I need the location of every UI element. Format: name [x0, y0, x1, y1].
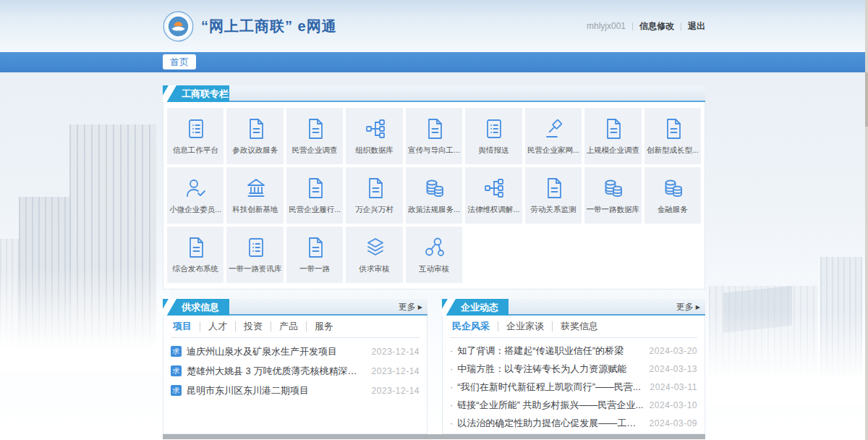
shortcut-label: 劳动关系监测	[530, 205, 576, 215]
list-item[interactable]: 求 迪庆州山泉水及矿泉水生产开发项目 2023-12-14	[171, 342, 420, 361]
brand: “网上工商联” e网通	[163, 11, 337, 42]
supply-demand-more-link[interactable]: 更多 ▶	[399, 299, 422, 316]
enterprise-news-title: 企业动态	[442, 299, 509, 316]
user-area: mhlyjx001 信息修改 退出	[587, 20, 705, 33]
item-date: 2023-12-14	[372, 347, 420, 357]
shortcuts-panel-header: 工商联专栏	[163, 85, 705, 102]
enterprise-news-more-link[interactable]: 更多 ▶	[676, 299, 700, 316]
shortcut-item[interactable]: 供求审核	[346, 227, 402, 283]
background-building	[723, 286, 792, 333]
scrollbar-track[interactable]	[865, 0, 868, 440]
shortcut-item[interactable]: 民营企业家网...	[525, 108, 582, 164]
shortcut-item[interactable]: 民营企业履行...	[286, 167, 343, 224]
shortcut-label: 民营企业调查	[292, 145, 338, 156]
shortcut-label: 民营企业家网...	[527, 145, 579, 156]
edit-info-link[interactable]: 信息修改	[639, 20, 674, 33]
list-item[interactable]: · 链接“企业所能” 共助乡村振兴——民营企业... 2024-03-10	[450, 396, 697, 414]
site-header: “网上工商联” e网通 mhlyjx001 信息修改 退出	[0, 0, 868, 52]
list-item[interactable]: 求 楚雄州大姚县 3 万吨优质薄壳核桃精深加工及科... 2023-12-14	[171, 361, 420, 381]
more-arrow-icon: ▶	[696, 304, 700, 310]
list-item[interactable]: · 知了背调：搭建起“传递职业信任”的桥梁 2024-03-20	[450, 342, 697, 360]
shortcut-item[interactable]: 一带一路	[286, 227, 343, 283]
shortcut-item[interactable]: 科技创新基地	[226, 167, 283, 224]
list-document-icon	[482, 117, 504, 139]
shortcut-label: 一带一路资讯库	[229, 264, 282, 274]
item-title: 知了背调：搭建起“传递职业信任”的桥梁	[457, 344, 643, 358]
shortcut-label: 科技创新基地	[232, 205, 278, 215]
tab-entrepreneur-talks[interactable]: 企业家谈	[498, 321, 552, 331]
background-building	[0, 239, 22, 347]
shortcut-label: 创新型成长型...	[647, 145, 699, 156]
document-icon	[423, 117, 445, 139]
shortcut-item[interactable]: 宣传与导向工...	[406, 108, 462, 164]
enterprise-news-tabs: 民企风采 企业家谈 获奖信息	[450, 316, 697, 338]
shortcut-item[interactable]: 一带一路资讯库	[226, 227, 283, 283]
more-arrow-icon: ▶	[418, 304, 422, 310]
person-check-icon	[184, 177, 206, 198]
footer-edge	[163, 434, 705, 439]
org-chart-icon	[364, 117, 386, 139]
tab-talent[interactable]: 人才	[200, 321, 235, 331]
tab-services[interactable]: 服务	[306, 321, 341, 331]
list-item[interactable]: · 中瑞方胜：以专注铸专长为人力资源赋能 2024-03-13	[450, 360, 697, 378]
share-nodes-icon	[423, 236, 445, 258]
separator	[632, 22, 633, 30]
item-title: 中瑞方胜：以专注铸专长为人力资源赋能	[457, 363, 643, 376]
shortcut-item[interactable]: 上规模企业调查	[584, 108, 641, 164]
nav-tab-home[interactable]: 首页	[163, 54, 196, 69]
item-date: 2024-03-13	[650, 364, 697, 374]
shortcut-item[interactable]: 政策法规服务...	[406, 167, 462, 224]
shortcut-label: 综合发布系统	[173, 264, 218, 274]
list-document-icon	[184, 117, 206, 139]
more-label: 更多	[399, 301, 416, 313]
shortcut-item[interactable]: 创新型成长型...	[644, 108, 701, 164]
shortcut-label: 参政议政服务	[232, 145, 278, 156]
shortcut-label: 上规模企业调查	[587, 145, 640, 156]
shortcut-item[interactable]: 互动审核	[406, 227, 462, 283]
tab-investment[interactable]: 投资	[235, 321, 271, 331]
tab-private-enterprise-style[interactable]: 民企风采	[450, 321, 498, 331]
shortcut-label: 互动审核	[419, 264, 449, 274]
demand-badge: 求	[171, 365, 182, 376]
shortcut-label: 政策法规服务...	[408, 205, 460, 215]
shortcuts-panel-title: 工商联专栏	[163, 85, 229, 102]
tab-award-info[interactable]: 获奖信息	[552, 321, 606, 331]
page: “网上工商联” e网通 mhlyjx001 信息修改 退出 首页 工商联专栏	[0, 0, 868, 440]
document-icon	[304, 177, 326, 198]
scrollbar-thumb[interactable]	[865, 72, 868, 127]
enterprise-news-header: 企业动态 更多 ▶	[442, 299, 705, 316]
shortcut-item[interactable]: 小微企业委员...	[167, 167, 224, 224]
shortcut-item[interactable]: 法律维权调解...	[465, 167, 522, 224]
database-icon	[662, 177, 684, 198]
tab-projects[interactable]: 项目	[171, 321, 200, 331]
item-date: 2024-03-20	[650, 346, 697, 356]
item-title: 迪庆州山泉水及矿泉水生产开发项目	[187, 345, 366, 358]
bullet: ·	[450, 381, 453, 392]
shortcut-item[interactable]: 参政议政服务	[226, 108, 283, 164]
list-item[interactable]: 求 昆明市东川区东川港二期项目 2023-12-14	[171, 381, 420, 400]
logout-link[interactable]: 退出	[688, 20, 705, 33]
tab-products[interactable]: 产品	[271, 321, 306, 331]
shortcut-item[interactable]: 劳动关系监测	[525, 167, 582, 224]
bullet: ·	[450, 399, 453, 410]
document-icon	[364, 177, 386, 198]
shortcut-label: 信息工作平台	[173, 145, 218, 156]
item-date: 2024-03-10	[650, 400, 697, 410]
shortcut-label: 民营企业履行...	[289, 205, 341, 215]
shortcuts-grid: 信息工作平台 参政议政服务 民营企业调查 组织数据库	[163, 102, 705, 289]
main-content: 工商联专栏 信息工作平台 参政议政服务 民营企业调查	[163, 85, 705, 439]
shortcut-item[interactable]: 万企兴万村	[346, 167, 402, 224]
shortcut-item[interactable]: 综合发布系统	[167, 227, 224, 283]
shortcut-item[interactable]: 信息工作平台	[167, 108, 224, 164]
shortcut-item[interactable]: 组织数据库	[346, 108, 402, 164]
shortcut-item[interactable]: 一带一路数据库	[584, 167, 641, 224]
document-icon	[602, 117, 624, 139]
list-item[interactable]: · “我们在新时代新征程上凯歌而行”——民营... 2024-03-11	[450, 378, 697, 396]
shortcut-item[interactable]: 舆情报送	[465, 108, 522, 164]
supply-demand-title: 供求信息	[163, 299, 229, 316]
background-building	[709, 286, 817, 376]
shortcut-item[interactable]: 民营企业调查	[286, 108, 343, 164]
document-icon	[244, 117, 266, 139]
list-item[interactable]: · 以法治的确定性助力提信心促发展——工商联... 2024-03-09	[450, 414, 697, 432]
shortcut-item[interactable]: 金融服务	[644, 167, 701, 224]
